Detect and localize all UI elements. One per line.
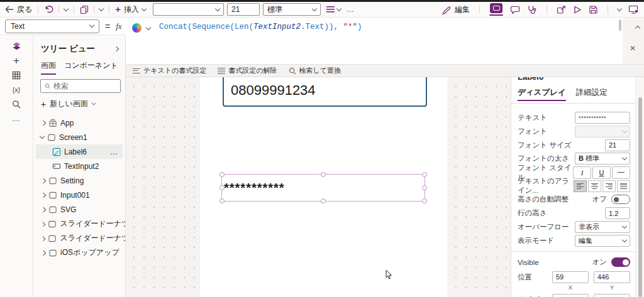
tab-components[interactable]: コンポーネント [64,60,118,75]
comments-button[interactable] [510,5,520,14]
formula-collapse-chevron-icon[interactable] [635,26,640,31]
tree-item-label6[interactable]: Label6 … [36,144,123,159]
panel-scrollbar[interactable] [635,65,644,297]
tree-item-slider-donut1[interactable]: スライダードーナツ1 [33,217,125,231]
tree-view-rail-button[interactable] [9,41,23,51]
formula-editor[interactable]: Concat(Sequence(Len(TextInput2.Text)), "… [126,18,623,65]
chevron-right-icon[interactable] [41,192,46,197]
undo-dropdown-chevron-icon[interactable] [64,6,69,11]
property-selector-dropdown[interactable]: Text [5,19,99,33]
panel-collapse-chevron-icon[interactable] [114,46,119,51]
align-left-button[interactable] [574,180,587,192]
align-justify-button[interactable] [617,180,630,192]
chevron-right-icon[interactable] [41,207,46,212]
share-button[interactable] [557,5,566,14]
find-replace-button[interactable]: 検索して置換 [289,66,341,75]
tab-screens[interactable]: 画面 [41,60,56,75]
line-height-property-input[interactable]: 1.2 [605,207,630,219]
resize-handle-e[interactable] [422,185,427,190]
strikethrough-button[interactable] [612,166,630,179]
resize-handle-s[interactable] [321,198,326,203]
font-family-dropdown[interactable] [153,3,224,16]
paste-button[interactable] [80,5,103,14]
tree-search-input[interactable] [53,82,116,90]
copilot-formula-icon[interactable] [132,23,142,33]
italic-button[interactable]: I [573,166,591,179]
panel-scrollbar-thumb[interactable] [638,97,642,297]
data-rail-button[interactable] [9,70,23,80]
search-rail-button[interactable] [9,99,23,109]
tree-item-app[interactable]: App [33,116,125,130]
formula-code[interactable]: Concat(Sequence(Len(TextInput2.Text)), "… [159,23,362,31]
save-dropdown-chevron-icon[interactable] [617,6,622,11]
copilot-chevron-icon[interactable] [146,25,151,30]
font-size-value: 21 [231,5,240,14]
tree-item-screen1[interactable]: Screen1 [33,130,125,144]
tree-item-svg[interactable]: SVG [33,202,125,217]
insert-rail-button[interactable]: + [9,56,23,65]
copilot-button[interactable] [489,3,503,16]
resize-handle-w[interactable] [219,185,225,190]
tree-item-textinput2[interactable]: TextInput2 [33,159,125,173]
tree-item-ios-popup[interactable]: iOSポップアップ [33,246,125,260]
formula-scrollbar-thumb[interactable] [619,19,621,31]
tab-advanced-properties[interactable]: 詳細設定 [576,87,608,101]
align-right-button[interactable] [602,180,616,192]
item-more-button[interactable]: … [110,148,123,156]
tab-display-properties[interactable]: ディスプレイ [518,87,566,101]
clear-format-button[interactable]: 書式設定の解除 [218,66,277,75]
chevron-right-icon[interactable] [41,235,46,240]
align-center-button[interactable] [588,180,601,192]
paste-dropdown-chevron-icon[interactable] [99,6,104,11]
canvas-text-input-control[interactable]: 08099991234 [223,77,427,107]
canvas-label-control-selected[interactable]: *********** [221,174,425,202]
app-checker-stethoscope-button[interactable] [527,5,537,14]
resize-handle-sw[interactable] [219,198,225,203]
font-size-input[interactable]: 21 [227,3,260,16]
font-weight-property-dropdown[interactable]: B 標準 [575,153,630,165]
font-weight-property-label: フォントの太さ [518,154,569,163]
variables-rail-button[interactable]: {x} [9,85,23,94]
overflow-property-dropdown[interactable]: 非表示 [575,221,630,233]
resize-handle-nw[interactable] [219,172,225,177]
save-button[interactable] [589,5,598,14]
edit-button[interactable]: 編集 [442,4,470,15]
play-preview-button[interactable] [573,5,582,14]
position-y-input[interactable]: 446 [594,271,630,283]
visible-toggle[interactable] [611,257,630,267]
tree-item-slider-donut2[interactable]: スライダードーナツ2 [33,231,125,246]
auto-height-toggle[interactable] [611,195,630,204]
display-mode-property-dropdown[interactable]: 編集 [575,235,630,247]
new-screen-button[interactable]: + 新しい画面 [33,93,125,112]
more-rail-button[interactable]: … [9,114,23,123]
tree-item-setting[interactable]: Setting [33,173,125,188]
resize-handle-se[interactable] [422,198,427,203]
resize-handle-n[interactable] [321,172,326,177]
size-height-input[interactable]: 72 [594,294,630,297]
font-weight-dropdown[interactable]: 標準 [263,3,321,16]
chevron-right-icon[interactable] [41,250,46,255]
formula-scrollbar[interactable] [619,19,621,62]
tree-item-input001[interactable]: Input001 [33,188,125,202]
resize-handle-ne[interactable] [422,172,427,177]
undo-button[interactable] [44,5,68,14]
font-size-property-input[interactable]: 21 [605,139,630,151]
tree-search-box[interactable] [40,79,121,93]
text-align-button[interactable] [326,6,341,13]
formula-close-icon[interactable]: ✕ [630,44,636,53]
underline-button[interactable]: U [592,166,611,179]
size-width-input[interactable]: 534 [552,294,589,297]
toolbar-overflow-button[interactable]: … [347,5,355,14]
format-text-label: テキストの書式設定 [143,66,206,75]
text-property-input[interactable]: *********** [575,112,630,124]
back-button[interactable]: 戻る [5,4,32,15]
publish-button[interactable] [628,4,639,14]
chevron-down-icon[interactable] [40,134,45,139]
position-x-input[interactable]: 59 [552,271,589,283]
canvas-area[interactable]: 08099991234 *********** [126,77,511,297]
chevron-right-icon[interactable] [41,120,46,125]
chevron-right-icon[interactable] [41,178,46,183]
format-text-button[interactable]: テキストの書式設定 [133,66,206,75]
insert-button[interactable]: + 挿入 [115,4,146,15]
chevron-right-icon[interactable] [41,221,46,226]
